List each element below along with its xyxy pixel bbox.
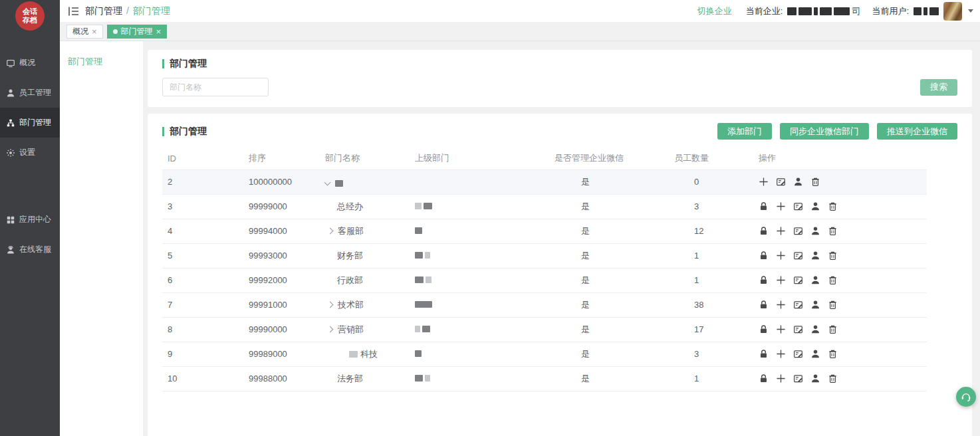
edit-button[interactable] <box>793 226 803 236</box>
lock-icon <box>759 374 769 383</box>
cell-parent <box>410 169 549 194</box>
trash-button[interactable] <box>828 275 838 285</box>
user-button[interactable] <box>810 349 820 359</box>
edit-icon <box>776 177 786 187</box>
department-name-input[interactable] <box>162 78 269 96</box>
sidebar-item-departments[interactable]: 部门管理 <box>0 108 60 138</box>
add-department-button[interactable]: 添加部门 <box>717 123 772 140</box>
lock-button[interactable] <box>759 201 769 211</box>
lock-icon <box>759 349 769 359</box>
user-icon <box>810 349 820 359</box>
filter-row: 搜索 <box>162 78 957 96</box>
lock-button[interactable] <box>759 374 769 383</box>
department-name: 财务部 <box>337 250 363 262</box>
lock-button[interactable] <box>759 349 769 359</box>
user-avatar[interactable] <box>943 2 962 21</box>
lock-button[interactable] <box>759 226 769 236</box>
edit-button[interactable] <box>793 349 803 359</box>
plus-button[interactable] <box>776 226 786 236</box>
user-button[interactable] <box>810 300 820 310</box>
trash-button[interactable] <box>810 177 820 187</box>
expand-row-icon[interactable] <box>327 228 334 235</box>
search-button[interactable]: 搜索 <box>920 79 957 96</box>
push-to-wecom-button[interactable]: 推送到企业微信 <box>877 123 957 140</box>
user-button[interactable] <box>810 324 820 334</box>
user-button[interactable] <box>810 374 820 383</box>
user-icon <box>810 300 820 310</box>
cell-wecom-managed: 是 <box>549 243 669 268</box>
trash-button[interactable] <box>828 374 838 383</box>
tab-overview[interactable]: 概况 × <box>66 25 103 39</box>
department-name: 客服部 <box>338 225 364 237</box>
close-tab-icon[interactable]: × <box>92 27 97 36</box>
sidebar-item-app-center[interactable]: 应用中心 <box>0 205 60 235</box>
table-row: 1099988000法务部是1 <box>162 366 927 391</box>
current-user-redacted <box>914 7 939 15</box>
logo: 会话 存档 <box>0 0 60 41</box>
trash-button[interactable] <box>828 201 838 211</box>
sidebar-item-overview[interactable]: 概况 <box>0 48 60 78</box>
trash-button[interactable] <box>828 349 838 359</box>
expand-row-icon[interactable] <box>327 302 334 308</box>
lock-icon <box>759 251 769 261</box>
plus-button[interactable] <box>776 374 786 383</box>
plus-button[interactable] <box>776 349 786 359</box>
trash-button[interactable] <box>828 251 838 261</box>
row-operations <box>759 300 927 310</box>
edit-button[interactable] <box>793 300 803 310</box>
switch-enterprise-link[interactable]: 切换企业 <box>697 5 732 17</box>
cell-wecom-managed: 是 <box>549 342 669 366</box>
lock-button[interactable] <box>759 251 769 261</box>
edit-button[interactable] <box>793 275 803 285</box>
user-button[interactable] <box>810 201 820 211</box>
submenu-item-departments[interactable]: 部门管理 <box>60 56 143 68</box>
collapse-row-icon[interactable] <box>324 179 331 186</box>
customer-service-float-button[interactable] <box>956 387 976 407</box>
edit-button[interactable] <box>776 177 786 187</box>
plus-button[interactable] <box>776 324 786 334</box>
edit-button[interactable] <box>793 251 803 261</box>
edit-button[interactable] <box>793 374 803 383</box>
sync-wecom-departments-button[interactable]: 同步企业微信部门 <box>780 123 869 140</box>
filter-card: 部门管理 搜索 <box>148 50 972 107</box>
cell-operations <box>753 219 927 243</box>
plus-button[interactable] <box>776 300 786 310</box>
plus-button[interactable] <box>776 201 786 211</box>
collapse-sidebar-icon[interactable] <box>68 6 80 17</box>
sidebar-item-label: 设置 <box>19 147 35 158</box>
user-button[interactable] <box>810 226 820 236</box>
cell-name: 行政部 <box>320 268 410 292</box>
redacted-text <box>415 375 423 382</box>
plus-icon <box>759 177 769 187</box>
logo-line2: 存档 <box>23 16 37 25</box>
sidebar-item-employees[interactable]: 员工管理 <box>0 78 60 108</box>
lock-button[interactable] <box>759 300 769 310</box>
sidebar-item-settings[interactable]: 设置 <box>0 138 60 167</box>
expand-row-icon[interactable] <box>327 326 334 333</box>
user-button[interactable] <box>810 275 820 285</box>
edit-button[interactable] <box>793 201 803 211</box>
trash-button[interactable] <box>828 324 838 334</box>
cell-name <box>320 169 410 194</box>
edit-button[interactable] <box>793 324 803 334</box>
plus-button[interactable] <box>759 177 769 187</box>
sidebar-item-online-support[interactable]: 在线客服 <box>0 235 60 265</box>
trash-button[interactable] <box>828 226 838 236</box>
cell-employee-count: 1 <box>669 268 753 292</box>
sidebar-nav: 概况 员工管理 部门管理 设置 应用中心 在线客服 <box>0 48 60 265</box>
tab-departments[interactable]: 部门管理 × <box>107 25 168 39</box>
trash-icon <box>828 275 838 285</box>
user-button[interactable] <box>793 177 803 187</box>
user-button[interactable] <box>810 251 820 261</box>
lock-button[interactable] <box>759 275 769 285</box>
user-menu-caret-icon[interactable] <box>968 9 973 13</box>
lock-button[interactable] <box>759 324 769 334</box>
breadcrumb-parent[interactable]: 部门管理 <box>85 5 122 16</box>
cell-id: 6 <box>162 268 243 292</box>
close-tab-icon[interactable]: × <box>156 27 162 36</box>
plus-button[interactable] <box>776 251 786 261</box>
plus-button[interactable] <box>776 275 786 285</box>
trash-button[interactable] <box>828 300 838 310</box>
plus-icon <box>776 226 786 236</box>
department-name: 营销部 <box>338 324 364 336</box>
